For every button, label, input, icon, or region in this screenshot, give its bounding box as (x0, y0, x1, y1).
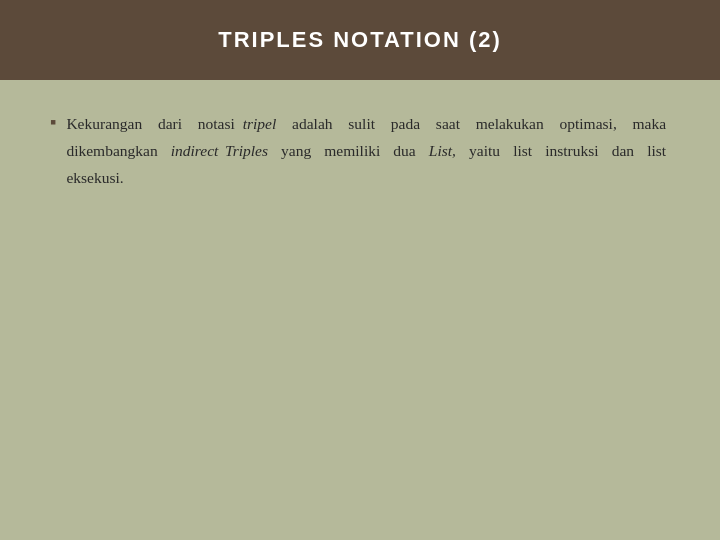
italic-list: List, (429, 142, 456, 159)
italic-indirect-triples: indirect Triples (171, 142, 268, 159)
slide-header: TRIPLES NOTATION (2) (0, 0, 720, 80)
slide-container: TRIPLES NOTATION (2) ▪ Kekurangan dari n… (0, 0, 720, 540)
bullet-marker: ▪ (50, 112, 56, 133)
italic-tripel: tripel (243, 115, 277, 132)
slide-title: TRIPLES NOTATION (2) (218, 27, 502, 53)
bullet-text: Kekurangan dari notasi tripel adalah sul… (66, 110, 670, 191)
content-area: ▪ Kekurangan dari notasi tripel adalah s… (0, 80, 720, 540)
bullet-item: ▪ Kekurangan dari notasi tripel adalah s… (50, 110, 670, 191)
